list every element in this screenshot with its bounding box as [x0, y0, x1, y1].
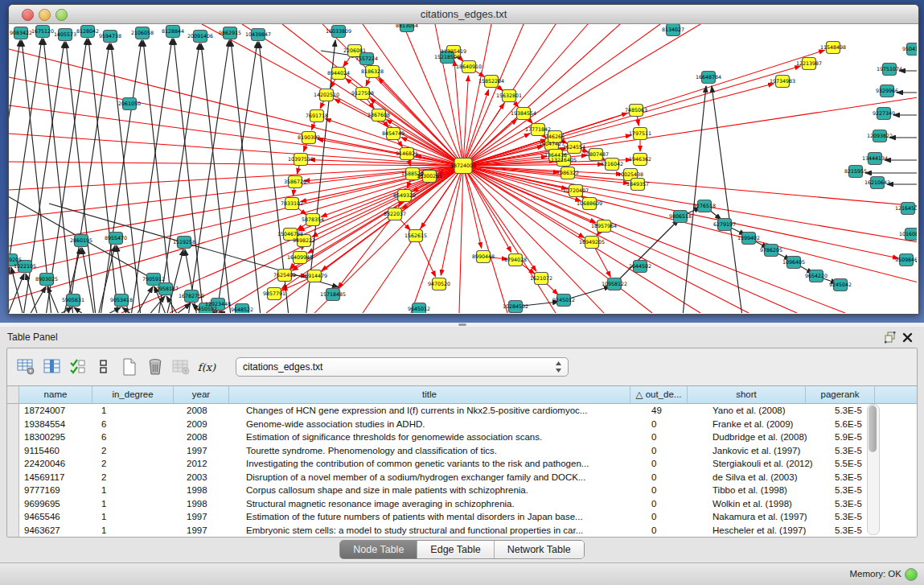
column-header-title[interactable]: title	[229, 386, 630, 403]
citation-network-graph[interactable]: 1872400718300295220608189440241420251076…	[9, 24, 917, 313]
table-cell[interactable]: 0	[647, 510, 708, 524]
table-cell[interactable]: 9115460	[19, 444, 97, 458]
float-panel-icon[interactable]	[884, 331, 897, 344]
table-cell[interactable]: 0	[647, 524, 708, 538]
table-cell[interactable]: 1	[97, 510, 182, 524]
table-cell[interactable]: 1	[97, 524, 182, 538]
table-cell[interactable]: 0	[647, 444, 708, 458]
show-columns-button[interactable]	[41, 356, 64, 378]
table-row[interactable]: 946554611997Estimation of the future num…	[7, 510, 917, 524]
table-cell[interactable]: 22420046	[19, 457, 97, 471]
table-cell[interactable]: 1997	[182, 524, 241, 538]
table-cell[interactable]: Estimation of significance thresholds fo…	[241, 431, 647, 444]
table-cell[interactable]: Changes of HCN gene expression and I(f) …	[241, 404, 647, 418]
table-cell[interactable]: Wolkin et al. (1998)	[708, 497, 830, 511]
table-cell[interactable]: 2	[97, 457, 182, 471]
tab-network-table[interactable]: Network Table	[494, 541, 584, 558]
table-cell[interactable]: Franke et al. (2009)	[708, 418, 830, 431]
table-cell[interactable]: 1998	[182, 484, 241, 497]
table-row[interactable]: 911546021997Tourette syndrome. Phenomeno…	[7, 444, 917, 458]
table-cell[interactable]: 1	[97, 484, 182, 497]
table-cell[interactable]: Tibbo et al. (1998)	[708, 484, 830, 497]
table-cell[interactable]: 14569117	[19, 471, 97, 484]
table-cell[interactable]: 6	[97, 431, 182, 444]
table-cell[interactable]: Corpus callosum shape and size in male p…	[241, 484, 647, 497]
table-mode-button[interactable]	[15, 356, 38, 378]
table-cell[interactable]: 0	[647, 484, 708, 497]
table-cell[interactable]: 2	[97, 471, 182, 484]
table-row[interactable]: 1830029562008Estimation of significance …	[7, 431, 917, 444]
table-row[interactable]: 969969511998Structural magnetic resonanc…	[7, 497, 917, 511]
table-row[interactable]: 1938455462009Genome-wide association stu…	[7, 418, 917, 431]
table-cell[interactable]: 1	[97, 497, 182, 511]
table-row[interactable]: 946362711997Embryonic stem cells: a mode…	[7, 524, 917, 538]
table-cell[interactable]: 0	[647, 471, 708, 484]
table-cell[interactable]: Disruption of a novel member of a sodium…	[241, 471, 647, 484]
column-header-short[interactable]: short	[688, 386, 806, 403]
table-cell[interactable]: 2012	[182, 457, 241, 471]
column-header-year[interactable]: year	[174, 386, 229, 403]
column-header-name[interactable]: name	[19, 386, 92, 403]
table-cell[interactable]: Hescheler et al. (1997)	[708, 524, 830, 538]
table-cell[interactable]: 1998	[182, 497, 241, 511]
table-cell[interactable]: Genome-wide association studies in ADHD.	[241, 418, 647, 431]
column-header-in-degree[interactable]: in_degree	[92, 386, 174, 403]
scrollbar-thumb[interactable]	[869, 406, 877, 452]
select-columns-button[interactable]	[67, 356, 89, 378]
tab-node-table[interactable]: Node Table	[340, 541, 417, 558]
table-cell[interactable]: Investigating the contribution of common…	[241, 457, 647, 471]
table-row[interactable]: 1456911722003Disruption of a novel membe…	[7, 471, 917, 484]
table-cell[interactable]: Nakamura et al. (1997)	[708, 510, 830, 524]
table-cell[interactable]: 2008	[182, 404, 241, 418]
network-canvas[interactable]: 1872400718300295220608189440241420251076…	[9, 24, 918, 314]
table-cell[interactable]: Estimation of the future numbers of pati…	[241, 510, 647, 524]
table-cell[interactable]: de Silva et al. (2003)	[708, 471, 830, 484]
table-cell[interactable]: 1997	[182, 444, 241, 458]
table-cell[interactable]: 1997	[182, 510, 241, 524]
table-cell[interactable]: 0	[647, 418, 708, 431]
table-cell[interactable]: 6	[97, 418, 182, 431]
column-header-out-de-[interactable]: △ out_de...	[630, 386, 688, 403]
table-row[interactable]: 2242004622012Investigating the contribut…	[7, 457, 917, 471]
vertical-scrollbar[interactable]	[867, 404, 880, 535]
memory-status-label: Memory: OK	[849, 569, 901, 579]
row-height-button[interactable]	[92, 356, 115, 378]
table-cell[interactable]: 2008	[182, 431, 241, 444]
network-window[interactable]: citations_edges.txt 18724007183002952206…	[8, 4, 919, 315]
row-gutter	[7, 471, 19, 484]
table-cell[interactable]: 2009	[182, 418, 241, 431]
table-cell[interactable]: Yano et al. (2008)	[708, 404, 830, 418]
table-cell[interactable]: Structural magnetic resonance image aver…	[241, 497, 647, 511]
table-cell[interactable]: 18724007	[19, 404, 97, 418]
table-cell[interactable]: 18300295	[19, 431, 97, 444]
tab-edge-table[interactable]: Edge Table	[417, 541, 493, 558]
table-cell[interactable]: Embryonic stem cells: a model to study s…	[241, 524, 647, 538]
table-cell[interactable]: 2	[97, 444, 182, 458]
column-header-pagerank[interactable]: pagerank	[806, 386, 875, 403]
table-cell[interactable]: Tourette syndrome. Phenomenology and cla…	[241, 444, 647, 458]
table-cell[interactable]: 19384554	[19, 418, 97, 431]
table-row[interactable]: 1872400712008Changes of HCN gene express…	[7, 404, 917, 418]
splitter-grip-icon[interactable]	[458, 323, 466, 326]
table-cell[interactable]: 1	[97, 404, 182, 418]
close-panel-icon[interactable]	[901, 331, 914, 344]
create-column-button[interactable]	[118, 356, 141, 378]
table-cell[interactable]: 9777169	[19, 484, 97, 497]
table-cell[interactable]: 9699695	[19, 497, 97, 511]
table-cell[interactable]: Jankovic et al. (1997)	[708, 444, 830, 458]
table-cell[interactable]: 2003	[182, 471, 241, 484]
table-cell[interactable]: 0	[647, 457, 708, 471]
table-cell[interactable]: 9465546	[19, 510, 97, 524]
table-cell[interactable]: Dudbridge et al. (2008)	[708, 431, 830, 444]
svg-text:16914479: 16914479	[302, 273, 327, 278]
table-cell[interactable]: 0	[647, 431, 708, 444]
function-builder-button[interactable]: f(x)	[195, 356, 218, 378]
table-cell[interactable]: 0	[647, 497, 708, 511]
network-window-titlebar[interactable]: citations_edges.txt	[9, 5, 918, 24]
table-cell[interactable]: Stergiakouli et al. (2012)	[708, 457, 830, 471]
delete-columns-button[interactable]	[144, 356, 166, 378]
table-row[interactable]: 977716911998Corpus callosum shape and si…	[7, 484, 917, 497]
table-cell[interactable]: 9463627	[19, 524, 97, 538]
table-selector-dropdown[interactable]: citations_edges.txt	[236, 357, 569, 377]
table-cell[interactable]: 49	[647, 404, 708, 418]
